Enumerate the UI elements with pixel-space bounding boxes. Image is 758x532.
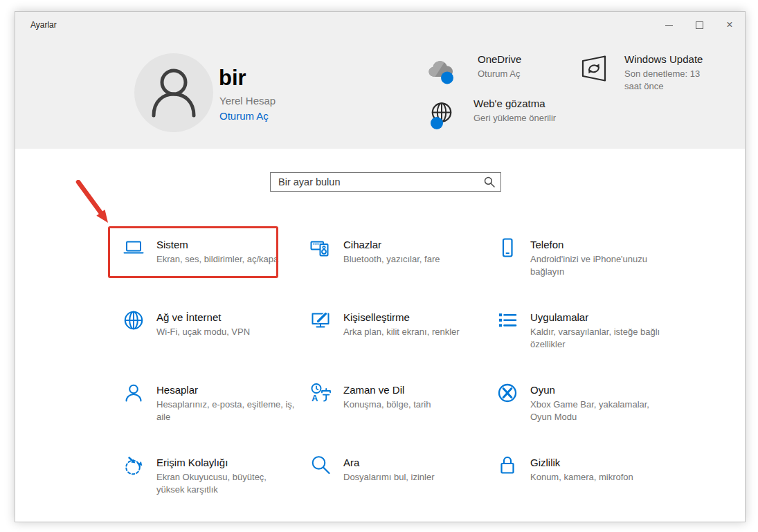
- search-settings-icon: [309, 455, 332, 477]
- tile-subtitle: Kaldır, varsayılanlar, isteğe bağlı özel…: [530, 326, 672, 351]
- windows-update-status[interactable]: Windows Update Son denetleme: 13 saat ön…: [580, 53, 714, 93]
- tile-kisisellestirme[interactable]: Kişiselleştirme Arka plan, kilit ekranı,…: [296, 302, 482, 375]
- globe-restore-icon: [426, 100, 457, 131]
- maximize-icon: [696, 21, 703, 29]
- settings-window: Ayarlar × bir Yerel Hesap Oturum Aç OneD…: [15, 11, 746, 522]
- tile-title: Zaman ve Dil: [343, 384, 431, 396]
- tile-telefon[interactable]: Telefon Android'inizi ve iPhone'unuzu ba…: [482, 230, 704, 302]
- accessibility-icon: [123, 455, 145, 477]
- settings-tile-grid: Sistem Ekran, ses, bildirimler, aç/kapa …: [109, 230, 704, 520]
- window-title: Ayarlar: [30, 20, 57, 30]
- tile-title: Hesaplar: [156, 384, 296, 396]
- user-name: bir: [219, 66, 246, 91]
- time-language-icon: A: [309, 382, 332, 404]
- tile-title: Sistem: [156, 239, 278, 250]
- network-globe-icon: [123, 309, 145, 331]
- devices-icon: [309, 237, 332, 259]
- tile-hesaplar[interactable]: Hesaplar Hesaplarınız, e-posta, eşitleme…: [109, 375, 296, 448]
- tile-cihazlar[interactable]: Cihazlar Bluetooth, yazıcılar, fare: [296, 230, 482, 302]
- tile-title: Oyun: [530, 384, 672, 396]
- windows-update-subtitle: Son denetleme: 13 saat önce: [624, 68, 714, 93]
- accounts-person-icon: [123, 382, 145, 404]
- tile-zaman-ve-dil[interactable]: A Zaman ve Dil Konuşma, bölge, tarih: [296, 375, 482, 448]
- apps-list-icon: [496, 309, 518, 331]
- browse-web-title: Web'e gözatma: [473, 98, 556, 109]
- tile-title: Ağ ve İnternet: [156, 311, 250, 323]
- avatar: [134, 53, 213, 132]
- gaming-xbox-icon: [496, 382, 518, 404]
- sign-in-link[interactable]: Oturum Aç: [219, 110, 269, 122]
- title-bar: Ayarlar ×: [15, 12, 745, 39]
- annotation-arrow-icon: [74, 180, 116, 228]
- svg-text:A: A: [312, 393, 318, 403]
- tile-gizlilik[interactable]: Gizlilik Konum, kamera, mikrofon: [482, 448, 704, 520]
- search-box: [270, 172, 501, 192]
- maximize-button[interactable]: [684, 15, 714, 35]
- browse-web-status[interactable]: Web'e gözatma Geri yükleme önerilir: [426, 100, 556, 131]
- browse-web-subtitle: Geri yükleme önerilir: [473, 112, 556, 125]
- windows-update-title: Windows Update: [624, 53, 714, 65]
- onedrive-cloud-icon: [426, 57, 460, 85]
- tile-title: Gizlilik: [530, 457, 633, 468]
- search-input[interactable]: [270, 172, 501, 192]
- tile-subtitle: Wi-Fi, uçak modu, VPN: [156, 326, 250, 338]
- privacy-lock-icon: [496, 455, 518, 477]
- tile-erisim-kolayligi[interactable]: Erişim Kolaylığı Ekran Okuyucusu, büyüte…: [109, 448, 296, 520]
- tile-title: Cihazlar: [343, 239, 440, 250]
- phone-icon: [496, 237, 518, 259]
- tile-title: Uygulamalar: [530, 311, 672, 323]
- tile-ara[interactable]: Ara Dosyalarımı bul, izinler: [296, 448, 482, 520]
- windows-update-icon: [580, 53, 608, 84]
- tile-subtitle: Hesaplarınız, e-posta, eşitleme, iş, ail…: [156, 398, 296, 423]
- minimize-button[interactable]: [653, 15, 684, 35]
- tile-subtitle: Dosyalarımı bul, izinler: [343, 471, 435, 484]
- onedrive-title: OneDrive: [478, 53, 521, 65]
- system-laptop-icon: [123, 237, 145, 259]
- close-icon: ×: [726, 19, 732, 30]
- tile-subtitle: Ekran Okuyucusu, büyüteç, yüksek karşıtl…: [156, 471, 296, 496]
- tile-subtitle: Bluetooth, yazıcılar, fare: [343, 253, 440, 266]
- personalization-icon: [309, 309, 332, 331]
- tile-subtitle: Konum, kamera, mikrofon: [530, 471, 633, 484]
- user-account-type: Yerel Hesap: [219, 95, 276, 107]
- tile-subtitle: Android'inizi ve iPhone'unuzu bağlayın: [530, 253, 672, 278]
- tile-title: Telefon: [530, 239, 672, 250]
- tile-sistem[interactable]: Sistem Ekran, ses, bildirimler, aç/kapa: [109, 230, 296, 302]
- tile-title: Ara: [343, 457, 435, 468]
- close-button[interactable]: ×: [714, 15, 745, 35]
- onedrive-subtitle: Oturum Aç: [478, 68, 521, 80]
- tile-title: Kişiselleştirme: [343, 311, 460, 323]
- window-controls: ×: [653, 15, 745, 35]
- tile-title: Erişim Kolaylığı: [156, 457, 296, 468]
- minimize-icon: [665, 25, 673, 26]
- tile-subtitle: Ekran, ses, bildirimler, aç/kapa: [156, 253, 278, 266]
- tile-uygulamalar[interactable]: Uygulamalar Kaldır, varsayılanlar, isteğ…: [482, 302, 704, 375]
- person-icon: [134, 53, 213, 132]
- tile-oyun[interactable]: Oyun Xbox Game Bar, yakalamalar, Oyun Mo…: [482, 375, 704, 448]
- tile-subtitle: Arka plan, kilit ekranı, renkler: [343, 326, 460, 338]
- tile-subtitle: Xbox Game Bar, yakalamalar, Oyun Modu: [530, 398, 672, 423]
- tile-ag-ve-internet[interactable]: Ağ ve İnternet Wi-Fi, uçak modu, VPN: [109, 302, 296, 375]
- tile-subtitle: Konuşma, bölge, tarih: [343, 398, 431, 411]
- onedrive-status[interactable]: OneDrive Oturum Aç: [426, 57, 521, 85]
